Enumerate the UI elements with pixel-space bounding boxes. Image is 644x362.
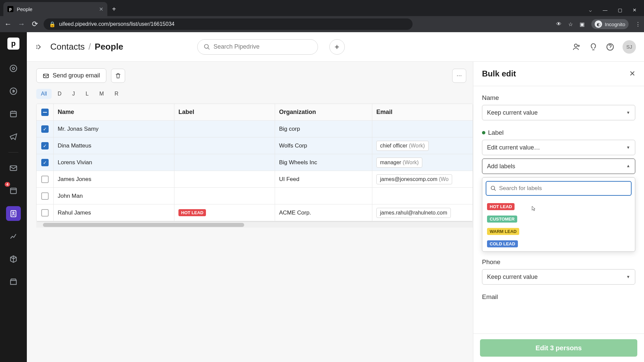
eye-off-icon[interactable]: 👁 xyxy=(556,21,561,27)
add-labels-select[interactable]: Add labels ▼ xyxy=(482,159,635,174)
alpha-tab-j[interactable]: J xyxy=(67,89,79,99)
cell-label xyxy=(174,137,275,154)
row-checkbox[interactable]: ✓ xyxy=(41,159,49,166)
horizontal-scrollbar[interactable] xyxy=(36,222,473,228)
sidebar-item-activities[interactable]: 4 xyxy=(6,183,21,198)
col-email[interactable]: Email xyxy=(372,104,473,120)
close-window-icon[interactable]: ✕ xyxy=(632,7,637,13)
kebab-menu-icon[interactable]: ⋮ xyxy=(635,21,641,27)
sidebar-item-marketplace[interactable] xyxy=(6,275,21,289)
sidebar-item-mail[interactable] xyxy=(6,161,21,175)
send-group-email-button[interactable]: Send group email xyxy=(36,68,106,83)
sidebar-divider xyxy=(8,152,18,153)
sidebar-item-products[interactable] xyxy=(6,252,21,266)
label-option[interactable]: CUSTOMER xyxy=(482,213,635,225)
svg-rect-3 xyxy=(10,111,16,117)
add-button[interactable]: + xyxy=(329,39,345,55)
col-name[interactable]: Name xyxy=(53,104,174,120)
global-search[interactable]: Search Pipedrive xyxy=(197,39,318,55)
invite-user-icon[interactable] xyxy=(572,43,581,51)
sidebar-item-contacts[interactable] xyxy=(6,206,21,221)
phone-select[interactable]: Keep current value ▼ xyxy=(482,269,635,285)
reload-button[interactable]: ⟳ xyxy=(30,20,40,28)
cell-label xyxy=(174,154,275,171)
sidebar-item-insights[interactable] xyxy=(6,229,21,244)
sidebar-item-deals[interactable] xyxy=(6,84,21,99)
label-option[interactable]: WARM LEAD xyxy=(482,225,635,238)
nav-toggle-icon[interactable] xyxy=(35,43,44,51)
label-search-field[interactable] xyxy=(499,185,627,192)
extensions-icon[interactable]: ▣ xyxy=(580,21,585,27)
minimize-icon[interactable]: ― xyxy=(602,7,608,13)
cell-name: Dina Matteus xyxy=(53,137,174,154)
cell-email: chief officer (Work) xyxy=(372,137,473,154)
label-dropdown: HOT LEADCUSTOMERWARM LEADCOLD LEAD xyxy=(482,177,635,252)
alpha-tab-l[interactable]: L xyxy=(81,89,93,99)
table-row[interactable]: Rahul JamesHOT LEADACME Corp.james.rahul… xyxy=(37,204,473,221)
help-icon[interactable] xyxy=(606,43,614,51)
table-settings-button[interactable] xyxy=(473,104,473,120)
table-row[interactable]: ✓Mr. Jonas SamyBig corp xyxy=(37,121,473,137)
label-mode-select[interactable]: Edit current value… ▼ xyxy=(482,140,635,155)
content-area: Send group email ⋯ AllDJLMR Name Label O… xyxy=(27,62,473,362)
browser-tab-strip: p People ✕ + ⌵ ― ▢ ✕ xyxy=(0,0,644,16)
row-checkbox[interactable] xyxy=(41,176,49,183)
browser-tab[interactable]: p People ✕ xyxy=(3,2,107,16)
select-all-checkbox[interactable] xyxy=(41,109,49,116)
row-checkbox[interactable] xyxy=(41,192,49,200)
back-button[interactable]: ← xyxy=(3,20,13,28)
alpha-tab-all[interactable]: All xyxy=(36,89,52,99)
cell-label xyxy=(174,188,275,204)
alpha-tab-d[interactable]: D xyxy=(53,89,66,99)
incognito-badge: ◐ Incognito xyxy=(591,19,629,29)
list-toolbar: Send group email ⋯ xyxy=(36,68,473,83)
row-checkbox[interactable]: ✓ xyxy=(41,125,49,133)
table-row[interactable]: ✓Dina MatteusWolfs Corpchief officer (Wo… xyxy=(37,137,473,154)
incognito-icon: ◐ xyxy=(595,20,602,28)
col-label[interactable]: Label xyxy=(174,104,275,120)
star-icon[interactable]: ☆ xyxy=(568,21,573,27)
app-logo[interactable]: p xyxy=(7,38,19,50)
name-select[interactable]: Keep current value ▼ xyxy=(482,105,635,120)
svg-rect-4 xyxy=(10,166,17,171)
svg-point-13 xyxy=(491,186,495,190)
label-search-input[interactable] xyxy=(486,181,632,196)
tab-title: People xyxy=(17,6,96,12)
col-org[interactable]: Organization xyxy=(275,104,372,120)
user-avatar[interactable]: SJ xyxy=(623,40,636,54)
new-tab-button[interactable]: + xyxy=(107,5,121,13)
submit-button[interactable]: Edit 3 persons xyxy=(480,339,637,357)
sidebar-item-leads[interactable] xyxy=(6,61,21,76)
table-row[interactable]: James JonesUI Feedjames@jonescomp.com (W… xyxy=(37,171,473,188)
table-row[interactable]: ✓Lorens VivianBig Wheels Incmanager (Wor… xyxy=(37,154,473,171)
delete-button[interactable] xyxy=(111,69,125,83)
url-input[interactable]: 🔒 uifeed.pipedrive.com/persons/list/user… xyxy=(44,18,413,30)
field-label-label: Label xyxy=(482,129,635,136)
label-option[interactable]: COLD LEAD xyxy=(482,238,635,250)
scrollbar-thumb[interactable] xyxy=(43,223,244,227)
svg-point-1 xyxy=(12,67,15,70)
status-dot-icon xyxy=(482,131,485,134)
row-checkbox[interactable] xyxy=(41,209,49,217)
breadcrumb-parent[interactable]: Contacts xyxy=(50,42,85,52)
address-bar: ← → ⟳ 🔒 uifeed.pipedrive.com/persons/lis… xyxy=(0,16,644,32)
row-checkbox[interactable]: ✓ xyxy=(41,142,49,149)
cell-email: manager (Work) xyxy=(372,154,473,171)
alpha-tab-m[interactable]: M xyxy=(95,89,108,99)
close-panel-button[interactable]: ✕ xyxy=(629,69,635,78)
table-header: Name Label Organization Email xyxy=(37,104,473,121)
chevron-down-icon[interactable]: ⌵ xyxy=(588,7,593,13)
maximize-icon[interactable]: ▢ xyxy=(617,7,623,13)
breadcrumb: Contacts / People xyxy=(50,42,123,52)
forward-button: → xyxy=(17,20,26,28)
people-table: Name Label Organization Email ✓Mr. Jonas… xyxy=(36,104,473,222)
close-tab-icon[interactable]: ✕ xyxy=(99,6,103,12)
sidebar-item-campaigns[interactable] xyxy=(6,129,21,144)
lightbulb-icon[interactable] xyxy=(589,43,598,51)
more-actions-button[interactable]: ⋯ xyxy=(452,69,466,83)
cell-name: Lorens Vivian xyxy=(53,154,174,171)
alpha-tab-r[interactable]: R xyxy=(110,89,123,99)
table-row[interactable]: John Man xyxy=(37,188,473,204)
label-option[interactable]: HOT LEAD xyxy=(482,200,635,213)
sidebar-item-projects[interactable] xyxy=(6,107,21,121)
